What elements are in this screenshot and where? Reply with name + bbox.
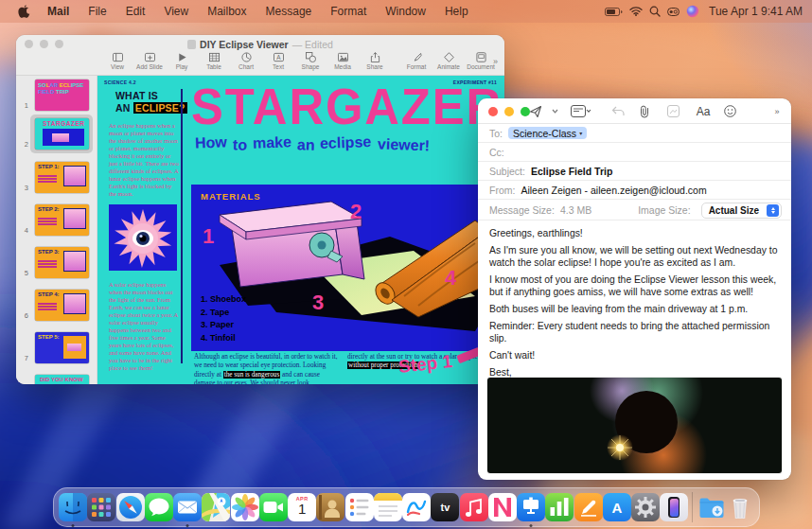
- apple-menu-icon[interactable]: [13, 5, 34, 19]
- search-icon[interactable]: [649, 6, 661, 17]
- dock-launchpad-icon[interactable]: [87, 487, 115, 527]
- mail-subject-field[interactable]: Subject: Eclipse Field Trip: [478, 162, 791, 181]
- slide-thumbnail-3[interactable]: STEP 1:3: [16, 162, 97, 193]
- dock-mail-icon[interactable]: [173, 487, 202, 527]
- menu-clock[interactable]: Tue Apr 1 9:41 AM: [709, 5, 803, 18]
- dock-facetime-icon[interactable]: [259, 487, 288, 527]
- dock-appletv-icon[interactable]: tv: [431, 487, 459, 527]
- keynote-tool-document[interactable]: Document: [465, 52, 497, 70]
- keynote-tool-share[interactable]: Share: [359, 52, 391, 70]
- dock-safari-icon[interactable]: [116, 487, 145, 527]
- keynote-tool-table[interactable]: Table: [198, 52, 230, 70]
- menu-view[interactable]: View: [154, 5, 198, 18]
- keynote-window-controls[interactable]: [25, 40, 63, 48]
- keynote-tool-play[interactable]: Play: [166, 52, 198, 70]
- slide-thumbnail-6[interactable]: STEP 4:6: [16, 290, 97, 321]
- keynote-toolbar: ViewAdd SlidePlayTableChartATextShapeMed…: [16, 50, 504, 76]
- dock-iphone-mirroring-icon[interactable]: [660, 487, 688, 527]
- dock-appstore-icon[interactable]: A: [603, 487, 631, 527]
- mail-message-body[interactable]: Greetings, earthlings!As I'm sure you al…: [478, 220, 791, 391]
- mail-body-paragraph: Reminder: Every student needs to bring t…: [489, 320, 780, 344]
- dock-contacts-icon[interactable]: [316, 487, 344, 527]
- control-center-icon[interactable]: [667, 8, 680, 16]
- more-icon[interactable]: »: [769, 98, 785, 124]
- mail-cc-field[interactable]: Cc:: [478, 143, 791, 162]
- mail-window-controls[interactable]: [488, 107, 530, 116]
- menu-file[interactable]: File: [79, 5, 115, 18]
- mail-body-paragraph: As I'm sure you all know, we will be set…: [489, 244, 780, 269]
- slide-navigator: SOLAR ECLIPSEFIELD TRIP1STARGAZER2STEP 1…: [16, 76, 97, 384]
- eclipse-photo-attachment[interactable]: [487, 378, 782, 473]
- close-button[interactable]: [25, 40, 33, 48]
- menu-format[interactable]: Format: [321, 5, 376, 18]
- emoji-icon[interactable]: [722, 98, 737, 124]
- slide-sun-eye-illustration: [109, 204, 177, 271]
- minimize-button[interactable]: [40, 40, 48, 48]
- dock-reminders-icon[interactable]: [345, 487, 374, 527]
- recipient-token[interactable]: Science-Class▾: [508, 127, 587, 139]
- keynote-tool-shape[interactable]: Shape: [294, 52, 327, 70]
- slide-paragraph-2: A solar eclipse happens when the moon bl…: [109, 281, 179, 372]
- slide-subtitle: Howtomakeaneclipseviewer!: [195, 135, 435, 152]
- menu-mailbox[interactable]: Mailbox: [198, 5, 256, 18]
- dock-trash-icon[interactable]: [726, 487, 754, 527]
- keynote-tool-view[interactable]: View: [101, 52, 133, 70]
- dock-notes-icon[interactable]: [374, 487, 402, 527]
- format-font-icon[interactable]: Aa: [694, 98, 713, 124]
- dock-photos-icon[interactable]: [231, 487, 259, 527]
- mail-body-paragraph: Both buses will be leaving from the main…: [489, 303, 780, 315]
- menu-app-name[interactable]: Mail: [38, 5, 79, 18]
- image-size-dropdown[interactable]: Actual Size: [701, 203, 782, 219]
- materials-number-1: 1: [203, 224, 214, 249]
- dock-maps-icon[interactable]: [202, 487, 230, 527]
- slide-thumbnail-7[interactable]: STEP 5:7: [16, 332, 97, 363]
- mail-toolbar[interactable]: Aa »: [478, 98, 791, 124]
- slide-thumbnail-4[interactable]: STEP 2:4: [16, 204, 97, 236]
- attach-icon[interactable]: [637, 98, 652, 124]
- slide-thumbnail-1[interactable]: SOLAR ECLIPSEFIELD TRIP1: [16, 79, 97, 111]
- dock-calendar-icon[interactable]: APR1: [288, 487, 316, 527]
- insert-icon[interactable]: [665, 98, 680, 124]
- menu-help[interactable]: Help: [435, 5, 478, 18]
- close-button[interactable]: [488, 107, 498, 116]
- dock-music-icon[interactable]: [460, 487, 488, 527]
- keynote-tool-format[interactable]: Format: [400, 52, 432, 70]
- slide-thumbnail-8[interactable]: DID YOU KNOW8: [16, 375, 97, 384]
- menu-edit[interactable]: Edit: [116, 5, 155, 18]
- menu-message[interactable]: Message: [256, 5, 322, 18]
- materials-number-2: 2: [350, 200, 362, 224]
- keynote-titlebar[interactable]: DIY Eclipse Viewer — Edited: [16, 35, 504, 50]
- keynote-tool-animate[interactable]: Animate: [432, 52, 465, 70]
- dock-pages-icon[interactable]: [574, 487, 603, 527]
- reply-icon[interactable]: [610, 98, 626, 124]
- dock-keynote-icon[interactable]: [517, 487, 545, 527]
- zoom-button[interactable]: [55, 40, 63, 48]
- dock-messages-icon[interactable]: [145, 487, 173, 527]
- materials-number-4: 4: [445, 266, 456, 291]
- dock-news-icon[interactable]: [488, 487, 517, 527]
- dock-freeform-icon[interactable]: [402, 487, 431, 527]
- wifi-icon[interactable]: [629, 7, 643, 16]
- siri-icon[interactable]: [686, 5, 699, 18]
- keynote-tool-chart[interactable]: Chart: [230, 52, 262, 70]
- mail-to-field[interactable]: To: Science-Class▾: [478, 124, 791, 143]
- keynote-tool-add-slide[interactable]: Add Slide: [133, 52, 166, 70]
- keynote-window: DIY Eclipse Viewer — Edited ViewAdd Slid…: [16, 35, 504, 384]
- dock-settings-icon[interactable]: [631, 487, 660, 527]
- battery-icon[interactable]: [605, 8, 623, 16]
- dock-downloads-icon[interactable]: [697, 487, 725, 527]
- menu-window[interactable]: Window: [376, 5, 435, 18]
- minimize-button[interactable]: [504, 107, 514, 116]
- slide-canvas[interactable]: SCIENCE 4.2 EXPERIMENT #11 WHAT IS AN EC…: [97, 76, 504, 384]
- chevron-down-icon[interactable]: [550, 98, 559, 124]
- keynote-tool-text[interactable]: AText: [262, 52, 294, 70]
- toolbar-overflow-icon[interactable]: »: [493, 57, 498, 66]
- dock-numbers-icon[interactable]: [545, 487, 574, 527]
- mail-from-field[interactable]: From: Aileen Zeigen - aileen.zeigen@iclo…: [478, 181, 791, 200]
- send-icon[interactable]: [527, 98, 544, 124]
- dock-finder-icon[interactable]: [59, 487, 87, 527]
- slide-thumbnail-2[interactable]: STARGAZER2: [16, 118, 97, 150]
- header-fields-icon[interactable]: [569, 98, 593, 124]
- slide-thumbnail-5[interactable]: STEP 3:5: [16, 247, 97, 278]
- keynote-tool-media[interactable]: Media: [327, 52, 359, 70]
